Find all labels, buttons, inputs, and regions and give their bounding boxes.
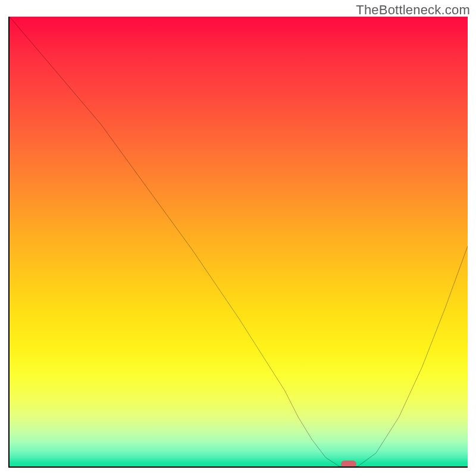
bottleneck-curve-path	[10, 17, 468, 466]
watermark-text: TheBottleneck.com	[356, 2, 470, 18]
optimal-marker	[341, 461, 356, 468]
curve-svg	[10, 17, 468, 466]
plot-area	[8, 17, 468, 468]
bottleneck-chart: TheBottleneck.com	[0, 0, 476, 476]
